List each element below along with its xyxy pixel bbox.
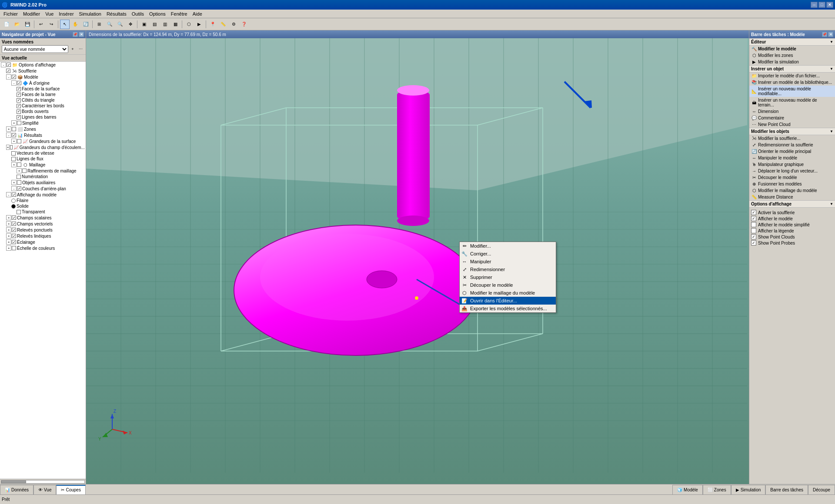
tree-item-zones[interactable]: + ⬜ Zones <box>0 126 86 132</box>
tree-item-champs-vectoriels[interactable]: + Champs vectoriels <box>0 221 86 227</box>
chk-zones[interactable] <box>12 127 16 131</box>
chk-cotes[interactable] <box>17 98 21 103</box>
section-editeur-header[interactable]: Éditeur ▼ <box>749 38 835 46</box>
tree-item-raffinements[interactable]: + Raffinements de maillage <box>0 168 86 174</box>
menu-vue[interactable]: Vue <box>43 10 56 17</box>
tb-mesh[interactable]: ⬡ <box>184 20 194 29</box>
hscroll-track[interactable] <box>1 480 85 484</box>
chk-show-point-clouds[interactable] <box>751 234 756 239</box>
named-views-add[interactable]: + <box>69 46 76 53</box>
task-inserer-terrain[interactable]: 🏔 Insérer un nouveau modèle de terrain..… <box>749 97 835 108</box>
task-modifier-zones[interactable]: ⬡ Modifier les zones <box>749 52 835 59</box>
right-panel-close[interactable]: ✕ <box>828 32 833 37</box>
chk-origine[interactable] <box>17 81 21 85</box>
expand-maillage[interactable]: + <box>11 162 17 167</box>
tb-probe[interactable]: 📍 <box>208 20 217 29</box>
expand-releves-ponc[interactable]: + <box>6 227 11 232</box>
tb-pan[interactable]: ✥ <box>126 20 135 29</box>
chk-modele[interactable] <box>12 75 16 79</box>
task-deplacer[interactable]: → Déplacer le long d'un vecteur... <box>749 168 835 174</box>
section-modifier-objets-header[interactable]: Modifier les objets ▼ <box>749 128 835 135</box>
expand-grandeurs-surface[interactable]: + <box>11 139 17 144</box>
tree-item-transparent[interactable]: Transparent <box>0 209 86 215</box>
tree-item-lignes-barres[interactable]: Lignes des barres <box>0 114 86 120</box>
chk-couches[interactable] <box>17 186 21 191</box>
ctx-corriger[interactable]: 🔧 Corriger... <box>460 250 556 258</box>
tree-item-origine[interactable]: - 🔷 À d'origine <box>0 80 86 86</box>
tab-decoupe[interactable]: Découpe <box>808 485 835 494</box>
expand-zones[interactable]: + <box>6 126 11 132</box>
chk-options[interactable] <box>7 63 11 67</box>
tb-measure[interactable]: 📏 <box>218 20 228 29</box>
tb-view-3d[interactable]: ▦ <box>170 20 180 29</box>
tab-vue[interactable]: 👁 Vue <box>33 485 56 494</box>
tab-zones[interactable]: ⬜ Zones <box>703 485 731 494</box>
menu-inserer[interactable]: Insérer <box>56 10 76 17</box>
task-fusionner[interactable]: ⊕ Fusionner les modèles <box>749 181 835 187</box>
chk-raffinements[interactable] <box>22 169 27 173</box>
expand-couches[interactable]: - <box>11 186 17 191</box>
tree-item-filaire[interactable]: Filaire <box>0 198 86 203</box>
tree-item-modele[interactable]: - 📦 Modèle <box>0 74 86 80</box>
chk-eclairage[interactable] <box>12 240 16 244</box>
tree-item-grandeurs-surface[interactable]: + 📈 Grandeurs de la surface <box>0 138 86 144</box>
task-manipulateur-graph[interactable]: 🖱 Manipulateur graphique <box>749 161 835 168</box>
chk-faces-surface[interactable] <box>17 87 21 91</box>
expand-grandeurs-champ[interactable]: + <box>6 145 9 150</box>
right-panel-pin[interactable]: 📌 <box>822 32 827 37</box>
task-modifier-simulation[interactable]: ▶ Modifier la simulation <box>749 59 835 65</box>
task-importer-fichier[interactable]: 📁 Importer le modèle d'un fichier... <box>749 73 835 79</box>
task-inserer-biblio[interactable]: 📚 Insérer un modèle de la bibliothèque..… <box>749 79 835 86</box>
expand-releves-lin[interactable]: + <box>6 233 11 239</box>
tree-item-releves-ponc[interactable]: + Relevés ponctuels <box>0 227 86 233</box>
expand-origine[interactable]: - <box>11 80 17 86</box>
tree-item-objets-aux[interactable]: + Objets auxiliaires <box>0 179 86 186</box>
chk-releves-ponc[interactable] <box>12 228 16 232</box>
menu-modifier[interactable]: Modifier <box>20 10 43 17</box>
close-button[interactable]: ✕ <box>826 2 833 8</box>
tb-new[interactable]: 📄 <box>2 20 11 29</box>
task-modifier-maillage-modele[interactable]: ⬡ Modifier le maillage du modèle <box>749 187 835 194</box>
task-dimension[interactable]: ↔ Dimension <box>749 108 835 115</box>
tb-run[interactable]: ▶ <box>194 20 204 29</box>
tree-item-eclairage[interactable]: + Éclairage <box>0 239 86 245</box>
tree-item-grandeurs-champ[interactable]: + 📈 Grandeurs du champ d'écoulem... <box>0 144 86 150</box>
hscroll-thumb[interactable] <box>1 481 26 483</box>
chk-maillage[interactable] <box>17 162 21 167</box>
expand-champs-s[interactable]: + <box>6 215 11 220</box>
task-inserer-nouveau-modif[interactable]: 📐 Insérer un nouveau modèle modifiable..… <box>749 86 835 97</box>
expand-options[interactable]: - <box>1 62 6 67</box>
tab-donnees[interactable]: 📊 Données <box>0 485 33 494</box>
tb-settings[interactable]: ⚙ <box>229 20 238 29</box>
tab-coupes[interactable]: ✂ Coupes <box>56 485 85 494</box>
task-commentaire[interactable]: 💬 Commentaire <box>749 115 835 121</box>
maximize-button[interactable]: □ <box>818 2 825 8</box>
task-new-point-cloud[interactable]: ⋯ New Point Cloud <box>749 121 835 128</box>
tree-item-faces-barre[interactable]: Faces de la barre <box>0 92 86 97</box>
tree-item-maillage[interactable]: + ⬡ Maillage <box>0 162 86 168</box>
tb-open[interactable]: 📂 <box>12 20 22 29</box>
expand-champs-v[interactable]: + <box>6 221 11 226</box>
tree-item-resultats[interactable]: - 📊 Résultats <box>0 132 86 138</box>
expand-affichage[interactable]: - <box>6 192 11 197</box>
tb-redo[interactable]: ↪ <box>47 20 56 29</box>
expand-echelle[interactable]: + <box>6 245 11 251</box>
chk-faces-barre[interactable] <box>17 93 21 97</box>
left-panel-pin[interactable]: 📌 <box>73 32 78 37</box>
chk-show-point-probes[interactable] <box>751 240 756 245</box>
ctx-decouper[interactable]: ✂ Découper le modèle <box>460 281 556 289</box>
radio-filaire[interactable] <box>11 199 16 203</box>
ctx-supprimer[interactable]: ✕ Supprimer <box>460 273 556 281</box>
tree-item-bords-ouverts[interactable]: Bords ouverts <box>0 109 86 114</box>
left-panel-close[interactable]: ✕ <box>79 32 84 37</box>
tree-item-champs-scalaires[interactable]: + Champs scalaires <box>0 215 86 221</box>
tab-barre-taches[interactable]: Barre des tâches <box>765 485 808 494</box>
chk-soufflerie[interactable] <box>6 69 10 73</box>
tree-item-echelle[interactable]: + Échelle de couleurs <box>0 245 86 251</box>
chk-lignes-flux[interactable] <box>11 157 16 161</box>
radio-solide[interactable] <box>11 204 16 209</box>
chk-simplifie[interactable] <box>17 121 21 125</box>
tree-item-couches[interactable]: - Couches d'arrière-plan <box>0 186 86 192</box>
tb-zoom-out[interactable]: 🔍 <box>115 20 125 29</box>
chk-afficher-modele[interactable] <box>751 216 756 221</box>
